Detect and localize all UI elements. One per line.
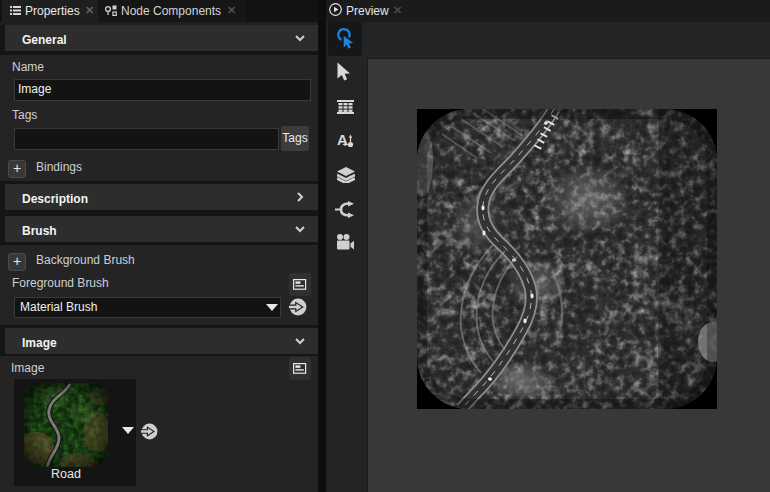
svg-text:A: A: [337, 131, 348, 148]
